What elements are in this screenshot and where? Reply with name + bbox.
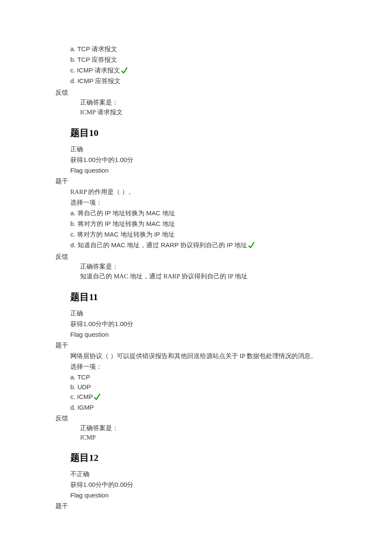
option-c[interactable]: c. ICMP (70, 393, 337, 401)
option-text: c. ICMP (70, 393, 93, 400)
score-text: 获得1.00分中的1.00分 (70, 156, 337, 164)
answer-block: 正确答案是： 知道自己的 MAC 地址，通过 RARP 协议得到自己的 IP 地… (80, 263, 337, 280)
stem-heading: 题干 (55, 502, 337, 510)
stem-text: 网络层协议（ ）可以提供错误报告和其他回送给源站点关于 IP 数据包处理情况的消… (70, 352, 337, 360)
correct-check-icon (248, 242, 255, 249)
stem-heading: 题干 (55, 341, 337, 350)
option-text: d. ICMP 应答报文 (70, 77, 121, 84)
option-a[interactable]: a. TCP 请求报文 (70, 45, 337, 53)
stem-block: 网络层协议（ ）可以提供错误报告和其他回送给源站点关于 IP 数据包处理情况的消… (70, 352, 337, 411)
feedback-heading: 反馈 (55, 89, 337, 97)
correct-answer-text: ICMP 请求报文 (80, 108, 337, 116)
status-text: 不正确 (70, 470, 337, 478)
score-text: 获得1.00分中的0.00分 (70, 481, 337, 489)
correct-answer-text: 知道自己的 MAC 地址，通过 RARP 协议得到自己的 IP 地址 (80, 272, 337, 280)
option-text: c. 将对方的 MAC 地址转换为 IP 地址 (70, 231, 175, 238)
option-text: d. 知道自己的 MAC 地址，通过 RARP 协议得到自己的 IP 地址 (70, 241, 247, 249)
feedback-heading: 反馈 (55, 414, 337, 422)
correct-check-icon (121, 67, 128, 75)
option-d[interactable]: d. IGMP (70, 404, 337, 411)
option-text: b. UDP (70, 383, 91, 390)
option-d[interactable]: d. 知道自己的 MAC 地址，通过 RARP 协议得到自己的 IP 地址 (70, 241, 337, 249)
flag-question-link[interactable]: Flag question (70, 167, 337, 174)
option-a[interactable]: a. TCP (70, 373, 337, 381)
option-text: b. 将对方的 IP 地址转换为 MAC 地址 (70, 220, 175, 227)
option-b[interactable]: b. TCP 应答报文 (70, 56, 337, 64)
option-text: a. TCP 请求报文 (70, 45, 117, 52)
stem-heading: 题干 (55, 177, 337, 185)
document-page: a. TCP 请求报文 b. TCP 应答报文 c. ICMP 请求报文 d. … (0, 0, 392, 538)
question-title-10: 题目10 (70, 127, 337, 139)
correct-answer-text: ICMP (80, 434, 337, 441)
score-text: 获得1.00分中的1.00分 (70, 320, 337, 328)
option-b[interactable]: b. UDP (70, 383, 337, 390)
option-c[interactable]: c. ICMP 请求报文 (70, 66, 337, 75)
question-title-11: 题目11 (70, 291, 337, 304)
flag-question-link[interactable]: Flag question (70, 331, 337, 338)
correct-answer-label: 正确答案是： (80, 98, 337, 107)
option-list: a. TCP 请求报文 b. TCP 应答报文 c. ICMP 请求报文 d. … (70, 45, 337, 85)
answer-block: 正确答案是： ICMP (80, 424, 337, 441)
question-meta: 正确 获得1.00分中的1.00分 Flag question (70, 145, 337, 174)
status-text: 正确 (70, 145, 337, 153)
option-text: d. IGMP (70, 404, 94, 411)
select-one-prompt: 选择一项： (70, 363, 337, 371)
question-meta: 不正确 获得1.00分中的0.00分 Flag question (70, 470, 337, 499)
select-one-prompt: 选择一项： (70, 199, 337, 207)
stem-block: RARP 的作用是（ ）。 选择一项： a. 将自己的 IP 地址转换为 MAC… (70, 188, 337, 249)
question-meta: 正确 获得1.00分中的1.00分 Flag question (70, 309, 337, 338)
stem-text: RARP 的作用是（ ）。 (70, 188, 337, 196)
option-text: a. 将自己的 IP 地址转换为 MAC 地址 (70, 209, 175, 217)
answer-block: 正确答案是： ICMP 请求报文 (80, 98, 337, 116)
correct-answer-label: 正确答案是： (80, 263, 337, 271)
option-d[interactable]: d. ICMP 应答报文 (70, 77, 337, 85)
correct-check-icon (94, 393, 101, 401)
option-text: a. TCP (70, 373, 90, 381)
status-text: 正确 (70, 309, 337, 318)
option-c[interactable]: c. 将对方的 MAC 地址转换为 IP 地址 (70, 231, 337, 239)
option-text: c. ICMP 请求报文 (70, 66, 120, 74)
option-text: b. TCP 应答报文 (70, 56, 117, 63)
feedback-heading: 反馈 (55, 253, 337, 261)
flag-question-link[interactable]: Flag question (70, 491, 337, 499)
question-title-12: 题目12 (70, 451, 337, 464)
option-b[interactable]: b. 将对方的 IP 地址转换为 MAC 地址 (70, 220, 337, 228)
option-a[interactable]: a. 将自己的 IP 地址转换为 MAC 地址 (70, 209, 337, 217)
correct-answer-label: 正确答案是： (80, 424, 337, 432)
